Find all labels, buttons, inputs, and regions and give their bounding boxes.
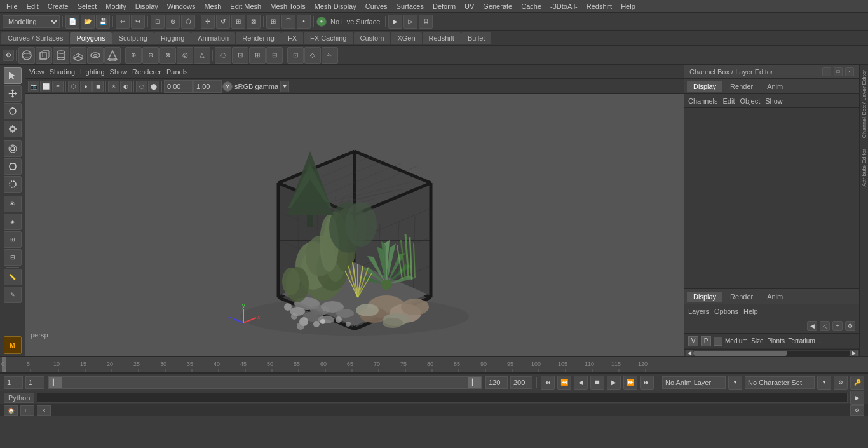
xray-btn[interactable]: ◌ xyxy=(136,81,147,92)
tab-fx[interactable]: FX xyxy=(281,32,303,44)
scale-value-field[interactable] xyxy=(193,80,222,93)
snap2-btn[interactable]: ⊟ xyxy=(4,249,22,266)
grid-icon[interactable]: # xyxy=(52,81,64,92)
layer-tab-anim[interactable]: Anim xyxy=(761,292,789,302)
menu-create[interactable]: Create xyxy=(44,1,72,11)
filmgate-icon[interactable]: ⬜ xyxy=(40,81,51,92)
scale-btn[interactable]: ⊞ xyxy=(231,15,245,29)
move-tool-btn[interactable] xyxy=(4,85,22,102)
workspace-dropdown[interactable]: Modeling xyxy=(3,15,60,28)
menu-mesh[interactable]: Mesh xyxy=(200,1,225,11)
rotate-tool-btn[interactable] xyxy=(4,103,22,119)
tab-custom[interactable]: Custom xyxy=(354,32,391,44)
shadow-btn[interactable]: ◐ xyxy=(120,81,132,92)
boolean-btn[interactable]: ⊞ xyxy=(249,47,266,64)
show-hide-btn[interactable]: 👁 xyxy=(4,196,22,212)
cb-tab-display[interactable]: Display xyxy=(687,81,722,92)
menu-3dtall[interactable]: -3DtoAll- xyxy=(546,1,581,11)
bridge-btn[interactable]: ⊟ xyxy=(266,47,283,64)
layer-playback-btn[interactable]: P xyxy=(701,336,711,346)
plane-btn[interactable] xyxy=(70,47,86,64)
show-menu[interactable]: Show xyxy=(110,68,128,76)
isolate-btn[interactable]: ◈ xyxy=(4,214,22,230)
menu-mesh-tools[interactable]: Mesh Tools xyxy=(266,1,309,11)
menu-modify[interactable]: Modify xyxy=(102,1,130,11)
select-btn[interactable]: ⊡ xyxy=(151,15,165,29)
move-btn[interactable]: ✛ xyxy=(201,15,215,29)
snap-curve-btn[interactable]: ⌒ xyxy=(281,15,295,29)
layer-add-btn[interactable]: + xyxy=(832,321,843,331)
menu-cache[interactable]: Cache xyxy=(517,1,545,11)
layer-tab-display[interactable]: Display xyxy=(687,292,722,302)
soft-select-btn[interactable] xyxy=(4,140,22,157)
rotate-btn[interactable]: ↺ xyxy=(216,15,230,29)
smooth-shade-btn[interactable]: ● xyxy=(80,81,92,92)
menu-mesh-display[interactable]: Mesh Display xyxy=(311,1,360,11)
select-tool-btn[interactable] xyxy=(4,67,22,84)
fill-hole-btn[interactable]: ◎ xyxy=(177,47,193,64)
python-label[interactable]: Python xyxy=(4,393,34,403)
range-end-field[interactable]: 120 xyxy=(485,376,508,389)
taskbar-icon-btn[interactable]: 🏠 xyxy=(4,405,18,416)
menu-display[interactable]: Display xyxy=(132,1,162,11)
cb-menu-channels[interactable]: Channels xyxy=(688,97,717,105)
python-run-btn[interactable]: ▶ xyxy=(850,391,864,405)
prev-key-btn[interactable]: ⏪ xyxy=(557,376,571,390)
gamma-icon[interactable]: γ xyxy=(222,81,233,92)
tab-curves-surfaces[interactable]: Curves / Surfaces xyxy=(1,32,69,44)
scene-3d[interactable]: x y z persp xyxy=(25,94,684,341)
char-set-key-btn[interactable]: 🔑 xyxy=(850,376,864,390)
next-key-btn[interactable]: ⏩ xyxy=(623,376,637,390)
layer-scrollbar[interactable]: ◀ ▶ xyxy=(684,349,859,356)
cut-btn[interactable]: ✁ xyxy=(322,47,338,64)
scrollbar-thumb[interactable] xyxy=(693,351,787,356)
tab-rigging[interactable]: Rigging xyxy=(154,32,191,44)
tab-animation[interactable]: Animation xyxy=(191,32,235,44)
range-end-handle[interactable]: ▎ xyxy=(468,377,481,388)
panels-menu[interactable]: Panels xyxy=(166,68,188,76)
flat-shade-btn[interactable]: ◼ xyxy=(92,81,104,92)
lasso-tool-btn[interactable] xyxy=(4,158,22,175)
menu-edit-mesh[interactable]: Edit Mesh xyxy=(226,1,265,11)
char-set-settings-btn[interactable]: ⚙ xyxy=(834,376,848,390)
cb-menu-edit[interactable]: Edit xyxy=(722,97,735,105)
anim-layer-dropdown-arrow[interactable]: ▼ xyxy=(728,376,742,390)
timeline[interactable]: 0 5 10 15 20 25 30 35 40 45 50 xyxy=(0,356,868,373)
extract-btn[interactable]: ⊗ xyxy=(159,47,176,64)
cb-menu-show[interactable]: Show xyxy=(765,97,783,105)
range-start-handle[interactable]: ▎ xyxy=(49,377,62,388)
cube-btn[interactable] xyxy=(36,47,52,64)
collapse-btn[interactable]: _ xyxy=(822,67,831,76)
live-surface-icon[interactable]: ● xyxy=(316,17,327,27)
channel-box-side-tab[interactable]: Channel Box / Layer Editor xyxy=(860,65,868,144)
scroll-right-btn[interactable]: ▶ xyxy=(850,350,858,357)
iso-btn[interactable]: ⬤ xyxy=(148,81,159,92)
shelf-settings-btn[interactable]: ⚙ xyxy=(3,50,14,61)
anim-end-field[interactable]: 200 xyxy=(510,376,532,389)
snap-grid-btn[interactable]: ⊞ xyxy=(266,15,280,29)
smooth-btn[interactable]: ◌ xyxy=(215,47,231,64)
lasso-btn[interactable]: ⊚ xyxy=(166,15,180,29)
close-right-panel-btn[interactable]: × xyxy=(845,67,854,76)
layer-move-up-btn[interactable]: ◀ xyxy=(807,321,817,331)
render-btn[interactable]: ▶ xyxy=(388,15,402,29)
cone-btn[interactable] xyxy=(104,47,121,64)
expand-btn[interactable]: □ xyxy=(834,67,843,76)
menu-deform[interactable]: Deform xyxy=(429,1,459,11)
stop-btn[interactable]: ⏹ xyxy=(590,376,604,390)
ipr-btn[interactable]: ▷ xyxy=(403,15,417,29)
go-end-btn[interactable]: ⏭ xyxy=(640,376,654,390)
reduce-btn[interactable]: △ xyxy=(194,47,210,64)
menu-windows[interactable]: Windows xyxy=(163,1,200,11)
shading-menu[interactable]: Shading xyxy=(50,68,75,76)
cb-menu-object[interactable]: Object xyxy=(740,97,760,105)
snap-point-btn[interactable]: • xyxy=(297,15,311,29)
rotate-value-field[interactable] xyxy=(164,80,193,93)
char-set-dropdown-arrow[interactable]: ▼ xyxy=(817,376,831,390)
layer-visibility-btn[interactable]: V xyxy=(688,336,698,346)
menu-redshift[interactable]: Redshift xyxy=(583,1,616,11)
new-file-btn[interactable]: 📄 xyxy=(65,15,79,29)
sphere-btn[interactable] xyxy=(18,47,35,64)
play-fwd-btn[interactable]: ▶ xyxy=(607,376,621,390)
scroll-left-btn[interactable]: ◀ xyxy=(686,350,693,357)
